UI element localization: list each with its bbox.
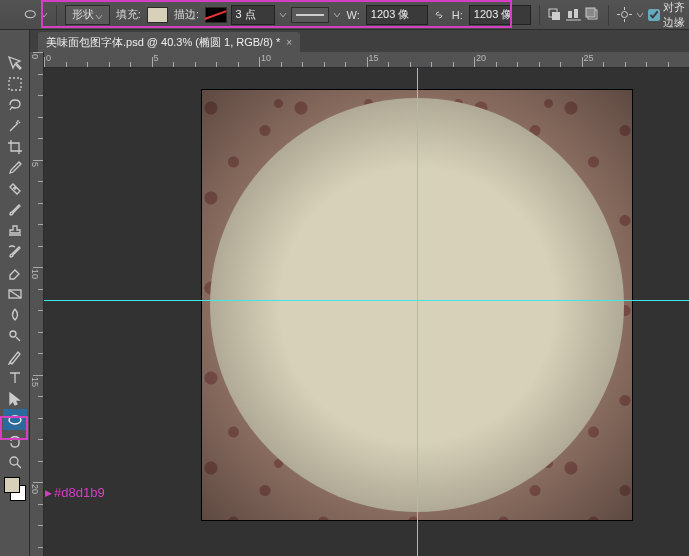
healing-tool[interactable] (3, 178, 27, 199)
svg-rect-13 (9, 78, 21, 90)
path-operations-icon[interactable] (547, 6, 562, 24)
stroke-width-dropdown-icon[interactable] (279, 11, 287, 19)
align-edges-label: 对齐边缘 (663, 0, 689, 30)
path-arrange-icon[interactable] (585, 6, 600, 24)
brush-tool[interactable] (3, 199, 27, 220)
ruler-label: 10 (30, 269, 40, 279)
document-tab-strip: 美味面包图字体.psd @ 40.3% (椭圆 1, RGB/8) * × (30, 30, 689, 52)
tool-mode-select[interactable]: 形状 (65, 5, 109, 25)
eraser-tool[interactable] (3, 262, 27, 283)
stroke-swatch[interactable] (205, 7, 226, 23)
chevron-down-icon (95, 11, 103, 19)
tool-preset-dropdown-icon[interactable] (40, 11, 48, 19)
ruler-label: 0 (46, 53, 51, 63)
divider (56, 5, 57, 25)
stamp-tool[interactable] (3, 220, 27, 241)
stroke-style-select[interactable] (291, 7, 329, 23)
blur-tool[interactable] (3, 304, 27, 325)
gradient-tool[interactable] (3, 283, 27, 304)
toolbox (0, 30, 30, 556)
ruler-label: 25 (584, 53, 594, 63)
ruler-horizontal[interactable]: 051015202530 (44, 52, 689, 68)
crop-tool[interactable] (3, 136, 27, 157)
tool-mode-label: 形状 (72, 7, 94, 22)
eyedropper-tool[interactable] (3, 157, 27, 178)
ruler-label: 20 (476, 53, 486, 63)
document-tab[interactable]: 美味面包图字体.psd @ 40.3% (椭圆 1, RGB/8) * × (38, 32, 300, 52)
svg-point-8 (622, 12, 628, 18)
ruler-vertical[interactable]: 051015202530 (30, 52, 44, 556)
canvas-area[interactable] (44, 68, 689, 556)
divider (608, 5, 609, 25)
zoom-tool[interactable] (3, 451, 27, 472)
shape-width-input[interactable] (366, 5, 428, 25)
ruler-label: 5 (30, 162, 40, 167)
document-tab-title: 美味面包图字体.psd @ 40.3% (椭圆 1, RGB/8) * (46, 35, 280, 50)
stroke-label: 描边: (172, 7, 201, 22)
stroke-width-input[interactable] (231, 5, 275, 25)
ruler-label: 5 (154, 53, 159, 63)
foreground-color-swatch[interactable] (4, 477, 20, 493)
close-tab-icon[interactable]: × (286, 37, 292, 48)
svg-line-17 (16, 337, 20, 341)
fill-swatch[interactable] (147, 7, 168, 23)
svg-rect-2 (552, 12, 560, 20)
annotation-color-text: #d8d1b9 (54, 485, 105, 500)
fill-label: 填充: (114, 7, 143, 22)
guide-vertical[interactable] (417, 68, 418, 556)
shape-height-input[interactable] (469, 5, 531, 25)
height-label: H: (450, 9, 465, 21)
hand-tool[interactable] (3, 430, 27, 451)
ruler-label: 15 (369, 53, 379, 63)
divider (539, 5, 540, 25)
path-align-icon[interactable] (566, 6, 581, 24)
guide-horizontal[interactable] (44, 300, 689, 301)
ruler-label: 20 (30, 484, 40, 494)
dodge-tool[interactable] (3, 325, 27, 346)
svg-rect-3 (568, 11, 572, 18)
link-wh-icon[interactable] (432, 6, 446, 24)
ellipse-tool[interactable] (3, 409, 27, 430)
stroke-style-dropdown-icon[interactable] (333, 11, 341, 19)
lasso-tool[interactable] (3, 94, 27, 115)
svg-point-19 (10, 457, 18, 465)
ruler-label: 10 (261, 53, 271, 63)
wand-tool[interactable] (3, 115, 27, 136)
annotation-color-label: #d8d1b9 (45, 485, 105, 500)
marquee-tool[interactable] (3, 73, 27, 94)
svg-point-16 (10, 331, 16, 337)
svg-rect-4 (574, 9, 578, 18)
move-tool[interactable] (3, 52, 27, 73)
shape-options-gear-icon[interactable] (617, 6, 632, 24)
svg-line-15 (9, 290, 21, 298)
path-select-tool[interactable] (3, 388, 27, 409)
pen-tool[interactable] (3, 346, 27, 367)
svg-point-18 (9, 416, 21, 424)
svg-rect-7 (586, 8, 595, 17)
options-bar: 形状 填充: 描边: W: H: 对齐边缘 (0, 0, 689, 30)
ellipse-shape-icon (24, 6, 36, 24)
type-tool[interactable] (3, 367, 27, 388)
svg-point-0 (25, 11, 35, 18)
width-label: W: (345, 9, 362, 21)
svg-line-20 (17, 464, 21, 468)
ruler-label: 0 (30, 54, 40, 59)
shape-options-dropdown-icon[interactable] (636, 11, 644, 19)
align-edges-input[interactable] (648, 9, 660, 21)
fg-bg-color[interactable] (3, 476, 27, 502)
ruler-label: 15 (30, 377, 40, 387)
align-edges-checkbox[interactable]: 对齐边缘 (648, 0, 689, 30)
history-brush-tool[interactable] (3, 241, 27, 262)
